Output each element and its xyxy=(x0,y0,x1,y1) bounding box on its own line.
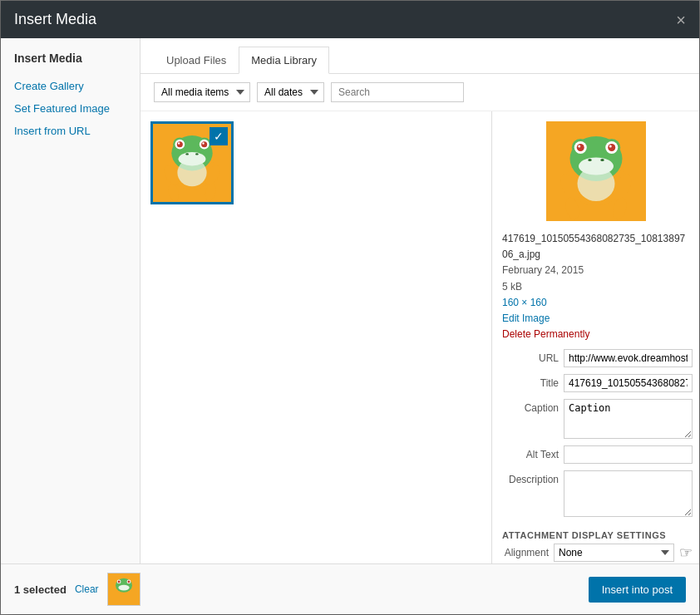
modal-body: Insert Media Create Gallery Set Featured… xyxy=(1,38,699,563)
svg-point-32 xyxy=(600,159,604,161)
edit-image-link[interactable]: Edit Image xyxy=(502,312,550,324)
url-input[interactable] xyxy=(564,349,693,367)
selected-count-text: 1 selected xyxy=(14,583,67,596)
description-textarea[interactable] xyxy=(564,470,693,517)
svg-point-44 xyxy=(118,585,129,591)
selected-thumbnail xyxy=(107,573,140,606)
description-field-row: Description xyxy=(499,470,693,517)
details-meta: 417619_10150554368082735_1081389706_a.jp… xyxy=(492,231,699,349)
details-fields: URL Title Caption Caption xyxy=(492,349,699,517)
preview-image xyxy=(546,121,646,221)
svg-point-10 xyxy=(202,142,204,144)
alt-text-label: Alt Text xyxy=(499,445,559,460)
filter-media-type-select[interactable]: All media items xyxy=(154,82,250,102)
modal-footer: 1 selected Clear Insert into post xyxy=(1,563,699,614)
attachment-settings-title: ATTACHMENT DISPLAY SETTINGS xyxy=(492,524,699,544)
sidebar-item-set-featured-image[interactable]: Set Featured Image xyxy=(1,97,140,120)
caption-textarea[interactable]: Caption xyxy=(564,399,693,439)
alignment-label: Alignment xyxy=(499,547,549,558)
filter-dates-select[interactable]: All dates xyxy=(257,82,324,102)
svg-point-12 xyxy=(185,153,189,155)
description-label: Description xyxy=(499,470,559,485)
alignment-select[interactable]: None Left Center Right xyxy=(554,544,674,562)
toolbar: All media items All dates xyxy=(140,74,699,111)
details-panel: 417619_10150554368082735_1081389706_a.jp… xyxy=(491,111,699,563)
url-label: URL xyxy=(499,349,559,364)
tab-media-library[interactable]: Media Library xyxy=(239,47,329,74)
svg-point-24 xyxy=(576,144,584,151)
sidebar-item-create-gallery[interactable]: Create Gallery xyxy=(1,75,140,97)
svg-point-28 xyxy=(608,144,615,151)
svg-point-31 xyxy=(588,159,592,161)
delete-permanently-link[interactable]: Delete Permanently xyxy=(502,328,589,340)
svg-point-43 xyxy=(127,581,130,583)
svg-point-41 xyxy=(117,581,120,583)
main-content: Upload Files Media Library All media ite… xyxy=(140,38,699,563)
sidebar-item-insert-from-url[interactable]: Insert from URL xyxy=(1,120,140,142)
alt-text-field-row: Alt Text xyxy=(499,445,693,464)
modal-header: Insert Media × xyxy=(1,1,699,38)
svg-point-29 xyxy=(609,145,611,148)
alt-text-input[interactable] xyxy=(564,445,693,464)
title-label: Title xyxy=(499,374,559,389)
tab-upload-files[interactable]: Upload Files xyxy=(154,47,239,74)
search-input[interactable] xyxy=(331,82,464,102)
alignment-row: Alignment None Left Center Right ☞ xyxy=(492,544,699,562)
caption-label: Caption xyxy=(499,399,559,414)
modal-title: Insert Media xyxy=(14,11,96,28)
sidebar: Insert Media Create Gallery Set Featured… xyxy=(1,38,140,563)
size-text: 5 kB xyxy=(502,279,689,295)
svg-point-6 xyxy=(178,142,180,144)
media-grid: ✓ xyxy=(140,111,491,563)
modal-close-button[interactable]: × xyxy=(676,12,686,28)
cursor-icon: ☞ xyxy=(679,544,693,562)
svg-point-9 xyxy=(201,141,207,147)
dimensions-link[interactable]: 160 × 160 xyxy=(502,297,547,308)
filename-text: 417619_10150554368082735_1081389706_a.jp… xyxy=(502,231,689,263)
svg-point-25 xyxy=(578,145,580,148)
svg-point-37 xyxy=(577,166,614,201)
selected-info: 1 selected Clear xyxy=(14,573,140,606)
sidebar-title: Insert Media xyxy=(1,52,140,75)
insert-into-post-button[interactable]: Insert into post xyxy=(589,577,686,603)
media-section: ✓ xyxy=(140,111,699,563)
insert-media-modal: Insert Media × Insert Media Create Galle… xyxy=(1,1,699,614)
tabs-bar: Upload Files Media Library xyxy=(140,38,699,74)
details-image-preview xyxy=(492,111,699,231)
title-input[interactable] xyxy=(564,374,693,392)
modal-overlay: Insert Media × Insert Media Create Galle… xyxy=(0,0,700,615)
media-item-checkmark: ✓ xyxy=(210,127,228,145)
svg-point-5 xyxy=(177,141,183,147)
date-text: February 24, 2015 xyxy=(502,263,689,278)
clear-selection-link[interactable]: Clear xyxy=(75,583,99,595)
svg-point-18 xyxy=(177,159,206,186)
caption-field-row: Caption Caption xyxy=(499,399,693,439)
svg-point-13 xyxy=(195,153,199,155)
title-field-row: Title xyxy=(499,374,693,392)
url-field-row: URL xyxy=(499,349,693,367)
media-item[interactable]: ✓ xyxy=(150,121,234,204)
